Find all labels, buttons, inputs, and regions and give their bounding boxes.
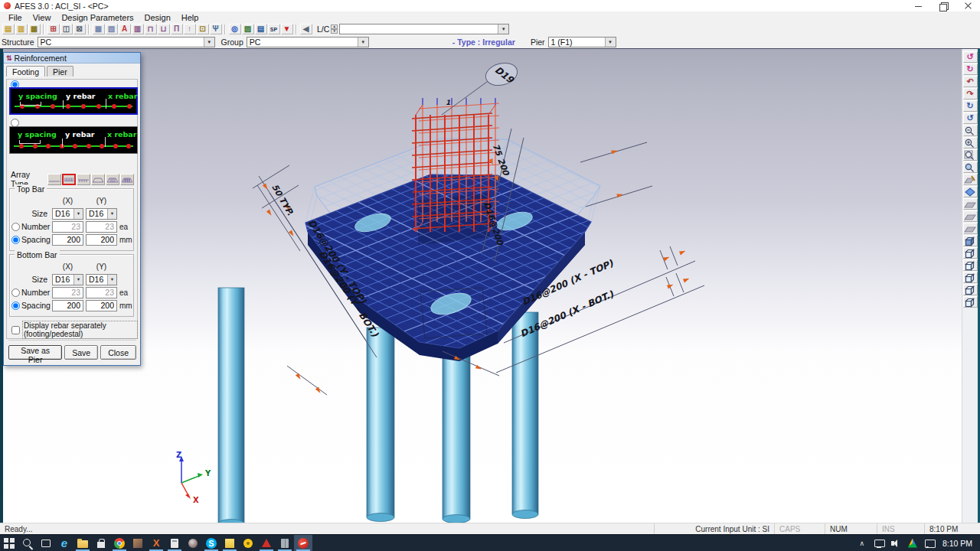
view-back-icon[interactable] <box>963 284 978 295</box>
bottom-spacing-radio[interactable] <box>11 302 20 310</box>
footing-tool-icon[interactable]: ⊔ <box>158 24 170 34</box>
filter-icon[interactable]: ▼ <box>281 24 293 34</box>
file-explorer-taskbar-button[interactable] <box>74 535 92 551</box>
tab-footing[interactable]: Footing <box>6 66 45 77</box>
network-taskbar-button[interactable] <box>871 535 887 551</box>
array-type-flat[interactable] <box>47 174 61 185</box>
rebar-pattern-preview-1[interactable]: y spacing y rebar x rebar <box>9 87 138 115</box>
report-icon[interactable]: ▨ <box>242 24 254 34</box>
lift-icon[interactable]: ↑ <box>184 24 196 34</box>
zoom-extents-icon[interactable] <box>963 161 978 173</box>
top-size-y-combobox[interactable]: D16▼ <box>86 208 117 220</box>
shade-icon[interactable] <box>963 186 978 197</box>
rotate-ccw-icon[interactable]: ↺ <box>963 51 978 63</box>
menu-file[interactable]: File <box>3 13 28 22</box>
document-icon[interactable]: ▤ <box>255 24 267 34</box>
pier-combobox[interactable]: 1 (F1)▼ <box>548 37 616 47</box>
open-icon[interactable]: ▥ <box>15 24 28 34</box>
viewport-3d[interactable]: D19175200D16@20050 TYP.D16@200 (Y - TOP)… <box>3 49 962 523</box>
restore-button[interactable] <box>931 0 956 11</box>
bottom-number-y-field[interactable] <box>86 287 117 298</box>
view-top-icon[interactable] <box>963 247 978 259</box>
edge-taskbar-button[interactable]: e <box>55 535 74 551</box>
zoom-window-icon[interactable] <box>963 149 978 161</box>
save-icon[interactable]: ▦ <box>28 24 41 34</box>
top-size-x-combobox[interactable]: D16▼ <box>52 208 83 220</box>
close-dialog-button[interactable]: Close <box>100 345 136 360</box>
skype-taskbar-button[interactable]: S <box>202 535 220 551</box>
save-button[interactable]: Save <box>64 345 98 360</box>
top-spacing-x-field[interactable] <box>52 234 83 246</box>
array-type-flat-comb-low[interactable] <box>77 174 90 185</box>
view-iso-icon[interactable] <box>963 235 978 246</box>
lock-icon[interactable]: ⊡ <box>197 24 209 34</box>
datasheet-icon[interactable]: ▦ <box>93 24 105 34</box>
new-icon[interactable]: ▤ <box>2 24 15 34</box>
flip-left-icon[interactable]: ↶ <box>963 76 978 87</box>
dialog-titlebar[interactable]: ⇅ Reinforcement <box>4 53 140 64</box>
view-front-icon[interactable] <box>963 259 978 271</box>
store-taskbar-button[interactable] <box>92 535 110 551</box>
redraw-icon[interactable] <box>963 174 978 185</box>
menu-design-parameters[interactable]: Design Parameters <box>56 13 139 22</box>
delete-icon[interactable]: ⊠ <box>74 24 86 34</box>
menu-view[interactable]: View <box>28 13 57 22</box>
pile-tool-icon[interactable]: Π <box>171 24 183 34</box>
array-type-trapezoid[interactable] <box>91 174 105 185</box>
lc-spinner[interactable]: ▲▼ <box>331 24 338 34</box>
array-type-trapezoid-dense[interactable] <box>120 174 134 185</box>
copy-icon[interactable]: ◫ <box>60 24 73 34</box>
autocad-taskbar-button[interactable] <box>257 535 276 551</box>
group-combobox[interactable]: PC▼ <box>247 37 369 47</box>
menu-help[interactable]: Help <box>176 13 204 22</box>
save-as-pier-button[interactable]: Save as Pier <box>8 345 62 360</box>
array-type-trapezoid-comb[interactable] <box>106 174 119 185</box>
volume-taskbar-button[interactable] <box>887 535 904 551</box>
face-front-icon[interactable] <box>963 223 978 234</box>
display-rebar-separately-checkbox[interactable] <box>11 326 20 334</box>
zoom-out-icon[interactable] <box>963 125 978 136</box>
calculator-taskbar-button[interactable] <box>165 535 184 551</box>
bottom-size-y-combobox[interactable]: D16▼ <box>86 274 117 285</box>
top-number-y-field[interactable] <box>86 221 117 233</box>
flip-right-icon[interactable]: ↷ <box>963 88 978 99</box>
bottom-number-radio[interactable] <box>11 289 20 297</box>
view-3d-icon[interactable]: ◎ <box>229 24 241 34</box>
bottom-spacing-x-field[interactable] <box>52 300 83 311</box>
annotate-icon[interactable]: A <box>119 24 131 34</box>
face-side-icon[interactable] <box>963 210 978 222</box>
view-bottom-icon[interactable] <box>963 296 978 308</box>
gdrive-taskbar-button[interactable] <box>904 535 921 551</box>
sp-icon[interactable]: SP <box>268 24 280 34</box>
array-type-flat-comb-selected[interactable] <box>62 174 76 185</box>
x-app-taskbar-button[interactable]: X <box>147 535 165 551</box>
bottom-spacing-y-field[interactable] <box>86 300 117 311</box>
search-taskbar-button[interactable] <box>18 535 37 551</box>
photos-taskbar-button[interactable] <box>129 535 147 551</box>
orbit-ccw-icon[interactable]: ↺ <box>963 112 978 124</box>
close-button[interactable] <box>956 0 980 11</box>
tab-pier[interactable]: Pier <box>47 66 74 77</box>
chevron-down-icon[interactable]: ▼ <box>204 37 214 47</box>
project-icon[interactable]: ⊞ <box>47 24 60 34</box>
bottom-number-x-field[interactable] <box>52 287 83 298</box>
notes-taskbar-button[interactable] <box>220 535 239 551</box>
bottom-size-x-combobox[interactable]: D16▼ <box>52 274 83 285</box>
afes-taskbar-button[interactable] <box>294 535 312 551</box>
tray-chevron-taskbar-button[interactable]: ∧ <box>854 535 871 551</box>
minimize-button[interactable] <box>906 0 931 11</box>
task-view-taskbar-button[interactable] <box>37 535 55 551</box>
sound-icon[interactable]: ◀ <box>300 24 312 34</box>
chrome-taskbar-button[interactable] <box>110 535 129 551</box>
top-number-x-field[interactable] <box>52 221 83 233</box>
messenger-taskbar-button[interactable] <box>239 535 257 551</box>
partition-icon[interactable]: ▧ <box>106 24 118 34</box>
top-spacing-y-field[interactable] <box>86 234 117 246</box>
structure-combobox[interactable]: PC▼ <box>38 37 215 47</box>
zoom-in-icon[interactable] <box>963 137 978 148</box>
pile-cap-3d-model[interactable]: D19175200D16@20050 TYP.D16@200 (Y - TOP)… <box>3 49 962 523</box>
anchor-icon[interactable]: Ψ <box>210 24 222 34</box>
chevron-down-icon[interactable]: ▼ <box>498 24 508 34</box>
start-taskbar-button[interactable] <box>0 535 18 551</box>
face-top-icon[interactable] <box>963 198 978 210</box>
